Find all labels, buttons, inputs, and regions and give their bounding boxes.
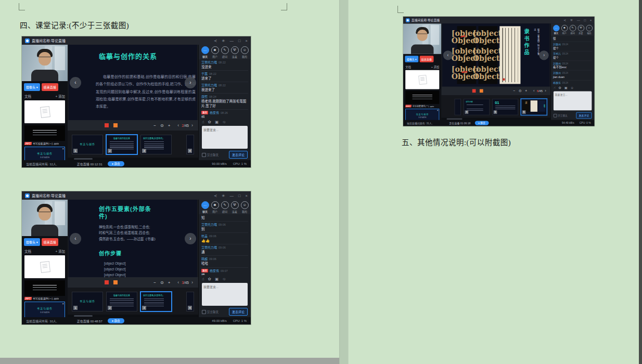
camera-select-button[interactable]: 摄像头 ▾ xyxy=(24,83,40,91)
chat-tab[interactable]: … 聊天 xyxy=(200,46,210,58)
orange-color-swatch[interactable] xyxy=(480,89,483,93)
end-live-button[interactable]: 结束直播 xyxy=(42,238,58,246)
document-item[interactable]: PPT 书写技能课件(一) .pptx xyxy=(24,125,65,145)
chat-tab[interactable]: ☻ 用户 xyxy=(210,201,220,213)
emoji-icon[interactable]: ☺ xyxy=(222,120,226,124)
chat-input[interactable] xyxy=(202,283,248,306)
document-thumbnail[interactable] xyxy=(24,125,65,141)
document-item[interactable]: 书法与创作 主讲:杨家伟 × PPT 书法与创作(1) .pptx xyxy=(24,147,65,160)
end-live-button[interactable]: 结束直播 xyxy=(42,83,58,91)
filmstrip-scrollbar-thumb[interactable] xyxy=(447,118,463,120)
chat-input[interactable] xyxy=(202,126,248,149)
maximize-icon[interactable]: □ xyxy=(584,18,586,22)
doc-close-icon[interactable]: × xyxy=(62,302,64,305)
minimize-icon[interactable]: — xyxy=(230,38,234,43)
document-item[interactable]: PPT 书写技能课件(一) .pptx xyxy=(405,91,439,108)
slide-thumbnail[interactable]: 01 5 xyxy=(492,99,518,115)
mute-chat-checkbox[interactable]: 禁言聊天 xyxy=(202,310,219,314)
zoom-in-icon[interactable]: + xyxy=(168,123,171,128)
next-slide-arrow[interactable]: › xyxy=(185,233,196,244)
share-icon[interactable]: ≺ xyxy=(214,193,217,198)
prev-page-arrow[interactable]: ‹ xyxy=(177,123,179,128)
maximize-icon[interactable]: □ xyxy=(238,38,241,43)
next-page-arrow[interactable]: › xyxy=(191,280,193,285)
mute-chat-checkbox[interactable]: 禁言聊天 xyxy=(554,114,568,118)
chat-tab[interactable]: ✎ 提问 xyxy=(220,201,229,213)
send-comment-button[interactable]: 发表评论 xyxy=(576,112,592,119)
add-document-button[interactable]: + 添加 xyxy=(55,94,65,99)
orange-color-swatch[interactable] xyxy=(113,280,118,284)
chat-tab[interactable]: ☻ 用户 xyxy=(210,46,220,58)
add-document-button[interactable]: + 添加 xyxy=(55,249,65,254)
mute-pill-button[interactable]: ● 静音 xyxy=(108,318,124,323)
camera-select-button[interactable]: 摄像头 ▾ xyxy=(405,56,418,62)
zoom-out-icon[interactable]: − xyxy=(513,89,516,93)
filmstrip-scrollbar-thumb[interactable] xyxy=(74,315,93,317)
close-icon[interactable]: × xyxy=(246,193,248,198)
image-icon[interactable]: ▣ xyxy=(564,86,568,90)
next-slide-arrow[interactable]: › xyxy=(185,77,196,88)
mute-pill-button[interactable]: ● 静音 xyxy=(475,121,489,125)
send-comment-button[interactable]: 发表评论 xyxy=(229,151,248,159)
slide-thumbnail[interactable]: 创作五要素(外部条件) 3 xyxy=(140,292,172,311)
image-icon[interactable]: ▣ xyxy=(215,277,219,281)
slide-thumbnail[interactable]: 隶隶书 6 xyxy=(521,99,547,115)
minimize-icon[interactable]: — xyxy=(577,18,580,22)
flower-icon[interactable]: ✿ xyxy=(559,86,561,90)
chat-tab[interactable]: ☺ 我的 xyxy=(585,25,593,35)
chat-tab[interactable]: … 聊天 xyxy=(552,25,560,35)
chat-tab[interactable]: Ψ 连麦 xyxy=(230,46,239,58)
settings-gear-icon[interactable]: ✳ xyxy=(570,18,573,22)
zoom-in-icon[interactable]: + xyxy=(525,89,527,93)
zoom-out-icon[interactable]: − xyxy=(153,280,156,285)
slide-thumbnail[interactable] xyxy=(455,99,461,115)
share-icon[interactable]: ≺ xyxy=(214,38,217,43)
document-item[interactable]: PPT 书写技能课件(一) .pptx xyxy=(24,280,65,300)
prev-page-arrow[interactable]: ‹ xyxy=(533,89,535,93)
slide-thumbnail[interactable]: 书法与创作 1 xyxy=(72,135,103,154)
red-color-swatch[interactable] xyxy=(105,280,109,284)
document-thumbnail[interactable] xyxy=(24,280,65,296)
flower-icon[interactable]: ✿ xyxy=(208,277,211,281)
slide-thumbnail[interactable]: 创作五要素(外部条件) 3 xyxy=(140,135,172,154)
settings-gear-icon[interactable]: ✳ xyxy=(222,38,225,43)
slide-thumbnail[interactable]: 4 xyxy=(186,135,194,154)
chat-tab[interactable]: Ψ 连麦 xyxy=(577,25,585,35)
red-color-swatch[interactable] xyxy=(472,89,476,93)
add-document-button[interactable]: + 添加 xyxy=(431,64,440,69)
document-thumbnail[interactable]: 书法与创作 主讲:杨家伟 × xyxy=(24,302,65,317)
next-page-arrow[interactable]: › xyxy=(191,123,193,128)
document-item[interactable]: 书法与创作 主讲:杨家伟 × PPT 书法与创作(1) .pptx xyxy=(24,302,65,317)
chat-tab[interactable]: ☺ 我的 xyxy=(240,46,249,58)
maximize-icon[interactable]: □ xyxy=(238,193,241,198)
slide-thumbnail[interactable]: 书法与创作 1 xyxy=(72,292,103,311)
document-thumbnail-empty[interactable] xyxy=(24,100,65,123)
orange-color-swatch[interactable] xyxy=(113,123,118,127)
emoji-icon[interactable]: ☺ xyxy=(570,86,573,90)
chat-tab[interactable]: ☺ 我的 xyxy=(240,201,249,213)
prev-slide-arrow[interactable]: ‹ xyxy=(70,233,81,244)
magnifier-icon[interactable]: ⊙ xyxy=(519,89,522,93)
filmstrip-scrollbar-thumb[interactable] xyxy=(74,158,93,160)
end-live-button[interactable]: 结束直播 xyxy=(419,56,433,62)
document-thumbnail[interactable]: 书法与创作 主讲:杨家伟 × xyxy=(405,109,439,120)
magnifier-icon[interactable]: ⊙ xyxy=(160,123,164,128)
document-thumbnail-empty[interactable] xyxy=(24,255,65,278)
document-thumbnail-empty[interactable] xyxy=(405,70,439,89)
document-thumbnail[interactable] xyxy=(405,91,439,104)
document-thumbnail[interactable]: 书法与创作 主讲:杨家伟 × xyxy=(24,147,65,160)
chat-tab[interactable]: … 聊天 xyxy=(200,201,210,213)
mute-chat-checkbox[interactable]: 禁言聊天 xyxy=(202,153,219,157)
close-icon[interactable]: × xyxy=(246,38,248,43)
mute-pill-button[interactable]: ● 静音 xyxy=(108,161,124,166)
emoji-icon[interactable]: ☺ xyxy=(222,277,226,281)
hand-icon[interactable]: ☝ xyxy=(202,277,204,281)
flower-icon[interactable]: ✿ xyxy=(208,120,211,124)
chat-tab[interactable]: Ψ 连麦 xyxy=(230,201,239,213)
zoom-in-icon[interactable]: + xyxy=(168,280,171,285)
prev-slide-arrow[interactable]: ‹ xyxy=(70,77,81,88)
close-icon[interactable]: × xyxy=(590,18,592,22)
slide-thumbnail[interactable]: 4 xyxy=(186,292,194,311)
chat-tab[interactable]: ✎ 提问 xyxy=(220,46,229,58)
slide-thumbnail[interactable]: 创作步骤 4 xyxy=(464,99,490,115)
